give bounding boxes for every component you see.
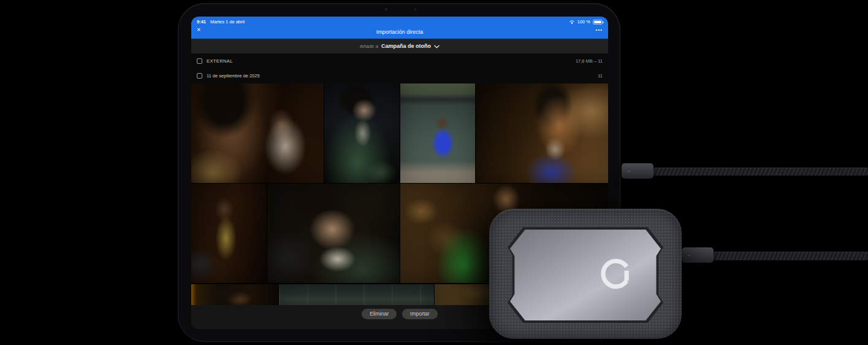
source-size-count: 17,6 MB – 11 <box>576 58 603 64</box>
photo-thumbnail[interactable] <box>279 284 434 305</box>
status-bar: 9:41 Martes 1 de abril 100 % <box>191 17 608 25</box>
usb-c-connector-drive: ⌁ <box>682 247 714 263</box>
g-logo-icon <box>600 258 632 290</box>
date-label: 11 de septiembre de 2025 <box>207 73 260 79</box>
close-icon[interactable]: × <box>197 26 200 33</box>
source-row-external[interactable]: EXTERNAL 17,6 MB – 11 <box>191 53 608 68</box>
thunderbolt-mark-icon: ⌁ <box>628 169 630 173</box>
battery-icon <box>593 20 603 25</box>
photo-thumbnail[interactable] <box>267 184 400 283</box>
wifi-icon <box>569 20 575 25</box>
photo-thumbnail[interactable] <box>400 83 475 183</box>
photo-thumbnail[interactable] <box>324 83 400 183</box>
external-ssd-drive <box>489 209 682 339</box>
photo-thumbnail[interactable] <box>191 184 267 283</box>
more-options-icon[interactable]: ••• <box>596 27 603 33</box>
ambient-sensor <box>414 9 416 10</box>
photo-thumbnail[interactable] <box>476 83 608 183</box>
date-count: 11 <box>598 73 603 79</box>
photo-thumbnail[interactable] <box>191 284 278 305</box>
import-button[interactable]: Importar <box>402 309 438 319</box>
chevron-down-icon[interactable] <box>434 45 440 48</box>
source-label: EXTERNAL <box>207 58 233 64</box>
collection-dropdown[interactable]: Campaña de otoño <box>381 43 431 49</box>
ssd-metal-plate <box>510 230 661 320</box>
usb-c-connector-tablet: ⌁ <box>622 163 653 179</box>
date-checkbox[interactable] <box>197 73 202 79</box>
photo-thumbnail[interactable] <box>191 83 324 183</box>
scene: 9:41 Martes 1 de abril 100 % <box>0 0 868 345</box>
status-date: Martes 1 de abril <box>210 19 245 25</box>
title-bar: × Importación directa ••• <box>191 25 608 39</box>
battery-percent: 100 % <box>577 19 590 25</box>
external-checkbox[interactable] <box>197 58 202 64</box>
delete-button[interactable]: Eliminar <box>362 309 397 319</box>
add-to-bar: Añadir a Campaña de otoño <box>191 39 608 53</box>
ssd-plate-rim <box>508 227 663 323</box>
usb-c-cable-tablet <box>651 168 868 176</box>
front-camera <box>385 8 387 10</box>
status-time: 9:41 <box>197 19 206 25</box>
app-header: 9:41 Martes 1 de abril 100 % <box>191 17 608 39</box>
page-title: Importación directa <box>376 29 424 35</box>
add-to-label: Añadir a <box>360 44 378 49</box>
usb-c-cable-drive <box>711 252 868 260</box>
source-row-date[interactable]: 11 de septiembre de 2025 11 <box>191 68 608 83</box>
thunderbolt-mark-icon: ⌁ <box>688 253 690 257</box>
